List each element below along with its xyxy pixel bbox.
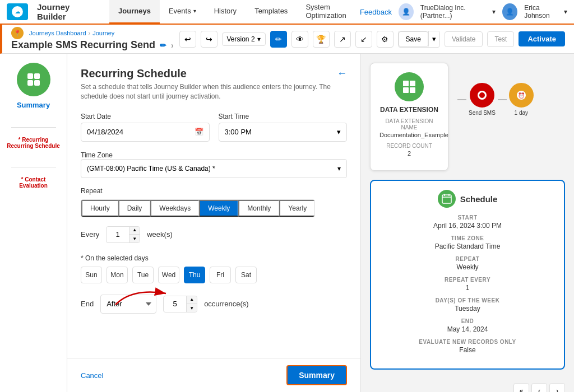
version-dropdown[interactable]: Version 2 ▾ <box>222 32 266 46</box>
cancel-button[interactable]: Cancel <box>81 371 103 380</box>
feedback-button[interactable]: Feedback <box>360 8 392 16</box>
user-name[interactable]: Erica Johnson ▾ <box>524 4 567 20</box>
save-button[interactable]: Save <box>399 31 428 47</box>
summary-button[interactable]: Summary <box>286 365 347 385</box>
repeat-tab-weekdays[interactable]: Weekdays <box>150 200 199 217</box>
node-send-sms-row: Send SMS ⏰ 1 day <box>457 83 534 116</box>
content-panel: Recurring Schedule ← Set a schedule that… <box>67 54 361 392</box>
page-next-button[interactable]: › <box>549 383 565 392</box>
end-increment[interactable]: ▲ <box>187 296 197 304</box>
activate-button[interactable]: Activate <box>519 31 565 46</box>
summary-icon <box>17 63 50 96</box>
undo-button[interactable]: ↩ <box>179 31 196 48</box>
user-avatar[interactable]: 👤 <box>399 3 414 20</box>
repeat-tab-hourly[interactable]: Hourly <box>81 200 118 217</box>
breadcrumb-journeys[interactable]: Journeys Dashboard <box>29 30 86 36</box>
repeat-tab-daily[interactable]: Daily <box>118 200 151 217</box>
timezone-select[interactable]: (GMT-08:00) Pacific Time (US & Canada) *… <box>81 159 347 178</box>
day-wed[interactable]: Wed <box>158 267 179 283</box>
start-time-label: Start Time <box>219 113 348 120</box>
on-days-label: * On the selected days <box>81 254 347 262</box>
every-unit: week(s) <box>147 230 173 239</box>
end-decrement[interactable]: ▼ <box>187 304 197 312</box>
tab-history[interactable]: History <box>205 0 246 24</box>
start-date-label: Start Date <box>81 113 210 120</box>
events-dropdown-icon: ▾ <box>193 8 196 14</box>
de-count-label: RECORD COUNT <box>379 143 439 149</box>
every-value-field[interactable]: 1 <box>107 230 129 239</box>
sched-evaluate-label: EVALUATE NEW RECORDS ONLY <box>380 339 555 345</box>
page-first-button[interactable]: « <box>513 383 529 392</box>
end-number-input[interactable]: 5 ▲ ▼ <box>163 296 197 312</box>
data-extension-card[interactable]: DATA EXTENSION DATA EXTENSION NAME Docum… <box>370 63 448 171</box>
export-button[interactable]: ↗ <box>334 31 351 48</box>
data-extension-title: DATA EXTENSION <box>379 106 439 114</box>
pencil-button[interactable]: ✏ <box>270 31 287 48</box>
breadcrumb-sep: › <box>89 30 91 36</box>
end-label: End <box>81 300 94 308</box>
settings-button[interactable]: ⚙ <box>377 31 394 48</box>
repeat-tab-yearly[interactable]: Yearly <box>279 200 314 217</box>
on-days-section: * On the selected days Sun Mon Tue Wed T… <box>81 254 347 283</box>
end-type-select[interactable]: After <box>100 295 156 314</box>
sidebar-item-summary[interactable]: Summary <box>17 63 50 109</box>
view-button[interactable]: 👁 <box>291 31 308 48</box>
repeat-tab-monthly[interactable]: Monthly <box>238 200 279 217</box>
back-arrow-button[interactable]: ← <box>337 68 347 80</box>
day-tue[interactable]: Tue <box>132 267 154 283</box>
tab-journeys[interactable]: Journeys <box>109 0 160 24</box>
day-thu[interactable]: Thu <box>184 267 205 283</box>
send-sms-node[interactable]: Send SMS <box>469 83 496 116</box>
tab-system-optimization[interactable]: System Optimization <box>297 0 360 24</box>
edit-icon[interactable]: ✏ <box>160 41 166 50</box>
svg-rect-15 <box>442 195 451 203</box>
sched-days-value: Tuesday <box>380 305 555 312</box>
every-spinners: ▲ ▼ <box>129 226 140 243</box>
import-button[interactable]: ↙ <box>355 31 372 48</box>
repeat-label: Repeat <box>81 187 347 195</box>
test-button[interactable]: Test <box>487 31 514 47</box>
day-node[interactable]: ⏰ 1 day <box>509 83 534 116</box>
timezone-label: Time Zone <box>81 151 113 159</box>
app-logo[interactable]: ☁ <box>7 3 28 20</box>
every-increment[interactable]: ▲ <box>129 226 140 235</box>
repeat-tab-weekly[interactable]: Weekly <box>199 200 238 217</box>
svg-rect-3 <box>34 73 40 79</box>
svg-point-12 <box>479 92 485 98</box>
tab-templates[interactable]: Templates <box>246 0 297 24</box>
svg-rect-5 <box>34 80 40 86</box>
sidebar-item-contact-evaluation[interactable]: * Contact Evaluation <box>19 176 48 189</box>
day-sat[interactable]: Sat <box>235 267 257 283</box>
chevron-icon[interactable]: › <box>171 41 174 50</box>
version-dropdown-icon: ▾ <box>257 35 261 43</box>
start-date-group: Start Date 04/18/2024 📅 <box>81 113 210 142</box>
start-date-input[interactable]: 04/18/2024 📅 <box>81 123 210 142</box>
location-icon: 📍 <box>11 27 24 39</box>
breadcrumb: 📍 Journeys Dashboard › Journey <box>11 27 174 39</box>
svg-rect-8 <box>410 81 415 86</box>
schedule-card-title: Schedule <box>460 194 498 204</box>
redo-button[interactable]: ↪ <box>201 31 217 48</box>
start-time-input[interactable]: 3:00 PM ▾ <box>219 123 348 142</box>
tab-events[interactable]: Events ▾ <box>160 0 205 24</box>
page-prev-button[interactable]: ‹ <box>531 383 547 392</box>
org-name[interactable]: TrueDialog Inc. (Partner...) ▾ <box>420 4 496 20</box>
contact-evaluation-required: * Contact <box>21 176 46 183</box>
content-footer: Cancel Summary <box>67 358 360 392</box>
schedule-fields: START April 16, 2024 3:00 PM TIME ZONE P… <box>380 214 555 354</box>
sched-repeat-every-value: 1 <box>380 284 555 292</box>
sidebar-item-recurring-schedule[interactable]: * Recurring Recurring Schedule <box>7 137 59 149</box>
trophy-button[interactable]: 🏆 <box>313 31 330 48</box>
day-sun[interactable]: Sun <box>81 267 102 283</box>
user-account-avatar[interactable]: 👤 <box>502 3 517 20</box>
day-fri[interactable]: Fri <box>210 267 231 283</box>
end-value-field[interactable]: 5 <box>164 300 186 308</box>
save-dropdown-button[interactable]: ▾ <box>428 31 439 46</box>
breadcrumb-journey[interactable]: Journey <box>92 30 114 36</box>
every-number-input[interactable]: 1 ▲ ▼ <box>106 226 140 243</box>
validate-button[interactable]: Validate <box>445 31 483 47</box>
top-nav-right: Feedback 👤 TrueDialog Inc. (Partner...) … <box>360 3 567 20</box>
day-mon[interactable]: Mon <box>107 267 128 283</box>
content-inner: Recurring Schedule ← Set a schedule that… <box>67 54 360 358</box>
every-decrement[interactable]: ▼ <box>129 235 140 243</box>
